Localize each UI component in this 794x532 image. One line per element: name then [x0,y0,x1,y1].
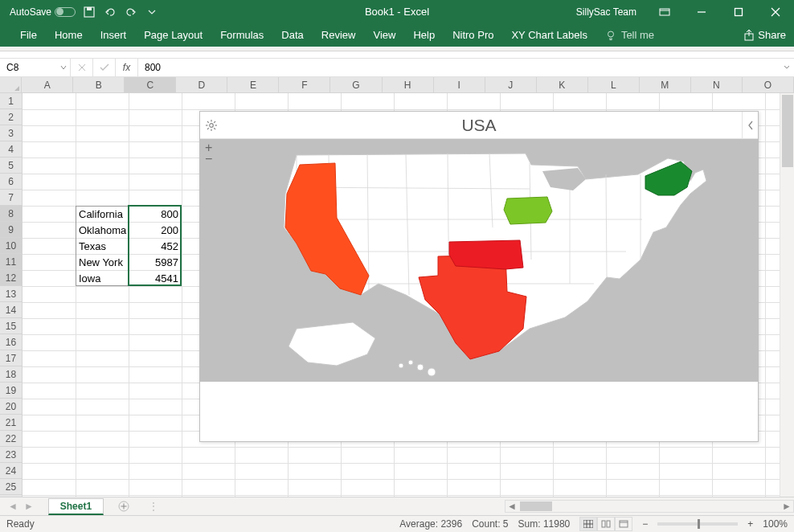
cell-C8[interactable]: 800 [129,206,182,222]
cell-B10[interactable]: Texas [76,238,129,254]
tab-home[interactable]: Home [46,23,92,47]
tab-insert[interactable]: Insert [92,23,136,47]
autosave-toggle[interactable]: AutoSave [10,6,76,18]
row-header-15[interactable]: 15 [0,318,22,334]
select-all-triangle[interactable] [0,77,22,92]
row-header-2[interactable]: 2 [0,109,22,125]
row-header-14[interactable]: 14 [0,302,22,318]
cell-C11[interactable]: 5987 [129,254,182,270]
tab-formulas[interactable]: Formulas [211,23,272,47]
cell-B11[interactable]: New York [76,254,129,270]
view-page-layout-icon[interactable] [597,517,615,531]
tab-view[interactable]: View [364,23,404,47]
row-header-20[interactable]: 20 [0,399,22,415]
formula-input[interactable]: 800 [138,59,780,76]
ribbon-display-icon[interactable] [646,0,683,23]
maximize-icon[interactable] [720,0,757,23]
col-header-D[interactable]: D [176,77,227,92]
vertical-scrollbar[interactable] [780,93,794,497]
view-normal-icon[interactable] [579,517,597,531]
tab-help[interactable]: Help [404,23,444,47]
row-header-18[interactable]: 18 [0,366,22,383]
zoom-slider[interactable] [657,522,738,526]
gear-icon[interactable] [205,117,218,136]
row-header-5[interactable]: 5 [0,158,22,174]
cell-B12[interactable]: Iowa [76,270,129,286]
col-header-E[interactable]: E [227,77,279,92]
close-icon[interactable] [757,0,794,23]
col-header-L[interactable]: L [588,77,640,92]
col-header-O[interactable]: O [743,77,794,92]
map-canvas[interactable]: + − [200,139,758,382]
row-header-4[interactable]: 4 [0,141,22,158]
tab-xy-chart-labels[interactable]: XY Chart Labels [502,23,596,47]
hscroll-right-icon[interactable]: ► [780,501,793,512]
row-header-8[interactable]: 8 [0,206,22,222]
user-name[interactable]: SillySac Team [576,6,646,18]
zoom-level[interactable]: 100% [763,518,788,530]
name-box-dropdown-icon[interactable] [60,62,67,73]
tab-page-layout[interactable]: Page Layout [135,23,211,47]
sheet-nav-next-icon[interactable]: ► [24,501,34,512]
row-header-17[interactable]: 17 [0,350,22,366]
col-header-I[interactable]: I [434,77,485,92]
tab-review[interactable]: Review [313,23,365,47]
zoom-out-button[interactable]: − [642,518,648,530]
col-header-N[interactable]: N [691,77,743,92]
cancel-formula-icon[interactable] [71,59,93,76]
col-header-A[interactable]: A [22,77,73,92]
cell-C9[interactable]: 200 [129,222,182,238]
tab-file[interactable]: File [11,23,46,47]
tell-me[interactable]: Tell me [596,23,663,47]
col-header-H[interactable]: H [383,77,434,92]
share-button[interactable]: Share [743,29,786,41]
tab-nitro-pro[interactable]: Nitro Pro [444,23,502,47]
col-header-F[interactable]: F [279,77,330,92]
tab-data[interactable]: Data [272,23,312,47]
cell-C12[interactable]: 4541 [129,270,182,286]
enter-formula-icon[interactable] [93,59,116,76]
col-header-K[interactable]: K [537,77,588,92]
row-header-23[interactable]: 23 [0,447,22,463]
add-sheet-icon[interactable] [115,497,133,515]
hscroll-thumb[interactable] [520,501,552,511]
row-header-7[interactable]: 7 [0,190,22,206]
horizontal-scrollbar[interactable]: ◄ ► [505,500,794,513]
row-header-19[interactable]: 19 [0,383,22,399]
row-header-3[interactable]: 3 [0,125,22,141]
row-header-21[interactable]: 21 [0,415,22,431]
sheet-tab-active[interactable]: Sheet1 [48,498,104,515]
view-page-break-icon[interactable] [615,517,632,531]
row-header-6[interactable]: 6 [0,174,22,190]
zoom-out-icon[interactable]: − [205,153,212,165]
fx-icon[interactable]: fx [116,59,138,76]
minimize-icon[interactable] [683,0,720,23]
row-header-24[interactable]: 24 [0,463,22,479]
col-header-J[interactable]: J [485,77,537,92]
col-header-G[interactable]: G [330,77,382,92]
worksheet-grid[interactable]: ABCDEFGHIJKLMNO 123456789101112131415161… [0,77,794,497]
row-header-22[interactable]: 22 [0,431,22,447]
row-header-10[interactable]: 10 [0,238,22,254]
row-header-13[interactable]: 13 [0,286,22,302]
sheet-nav-prev-icon[interactable]: ◄ [8,501,18,512]
tab-split-icon[interactable]: ⋮ [144,501,163,512]
row-header-25[interactable]: 25 [0,479,22,495]
col-header-M[interactable]: M [640,77,691,92]
chevron-left-icon[interactable] [742,112,758,139]
save-icon[interactable] [82,5,96,19]
zoom-in-button[interactable]: + [747,518,753,530]
vscroll-thumb[interactable] [782,95,793,167]
cell-B8[interactable]: California [76,206,129,222]
undo-icon[interactable] [103,5,117,19]
row-header-16[interactable]: 16 [0,334,22,350]
cell-C10[interactable]: 452 [129,238,182,254]
col-header-C[interactable]: C [125,77,176,92]
row-header-12[interactable]: 12 [0,270,22,286]
formula-expand-icon[interactable] [780,63,794,72]
row-header-9[interactable]: 9 [0,222,22,238]
row-header-1[interactable]: 1 [0,93,22,109]
col-header-B[interactable]: B [73,77,125,92]
customize-qat-icon[interactable] [145,5,159,19]
name-box[interactable]: C8 [0,59,71,76]
